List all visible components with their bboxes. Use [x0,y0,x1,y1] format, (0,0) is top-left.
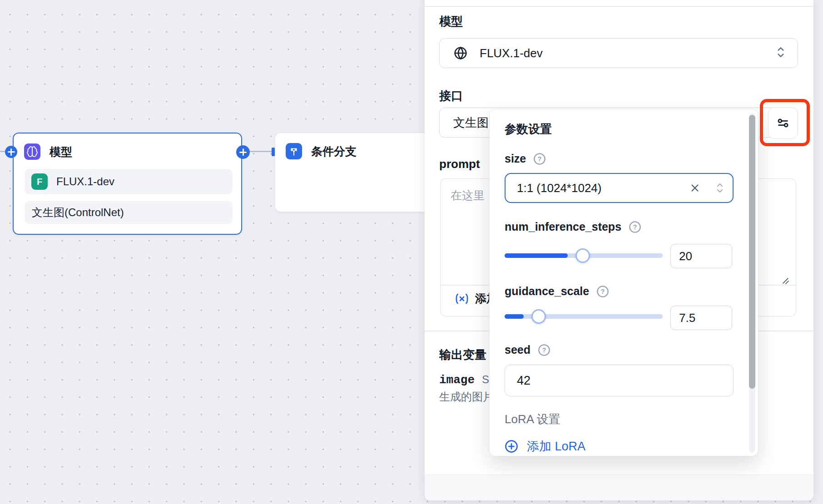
sliders-settings-icon [776,116,790,130]
svg-text:?: ? [542,346,546,353]
model-section-label: 模型 [439,14,463,30]
seed-label: seed ? [505,343,550,356]
flux-badge-icon: F [31,173,48,190]
workflow-canvas[interactable]: 模型 F FLUX.1-dev 文生图(ControlNet) 条件分支 [0,0,823,504]
svg-text:?: ? [538,155,542,162]
guidance-label: guidance_scale ? [505,285,609,298]
circle-plus-icon [505,440,518,453]
node-model-name: FLUX.1-dev [56,175,114,188]
popover-title: 参数设置 [505,121,552,137]
branch-input-handle[interactable] [272,148,275,156]
output-section-label: 输出变量 [439,347,486,363]
steps-slider[interactable] [505,248,663,263]
model-select-value: FLUX.1-dev [480,46,763,60]
node-model-row-flux[interactable]: F FLUX.1-dev [25,169,233,194]
svg-text:?: ? [633,223,637,230]
model-output-plus-handle[interactable] [236,145,250,159]
guidance-label-text: guidance_scale [505,285,589,298]
size-select-value: 1:1 (1024*1024) [517,181,682,195]
popover-scrollbar-thumb[interactable] [749,115,755,389]
seed-label-text: seed [505,343,530,356]
parameter-settings-button[interactable] [768,107,798,139]
size-select[interactable]: 1:1 (1024*1024) [505,173,734,203]
steps-label: num_inference_steps ? [505,220,641,233]
prompt-placeholder: 在这里 [451,188,485,203]
seed-value-input[interactable]: 42 [505,365,734,396]
panel-top-divider [425,6,813,7]
node-condition-branch[interactable]: 条件分支 [275,133,429,212]
clear-x-icon[interactable] [690,183,700,193]
slider-fill [505,314,524,319]
chevron-updown-icon [775,45,787,61]
slider-thumb[interactable] [531,309,546,324]
model-select[interactable]: FLUX.1-dev [439,38,798,68]
add-lora-button[interactable]: 添加 LoRA [505,438,585,455]
slider-thumb[interactable] [575,248,590,263]
chevron-updown-icon[interactable] [714,182,725,194]
prompt-section-label: prompt [439,157,480,171]
size-label-text: size [505,152,526,165]
size-label: size ? [505,152,546,165]
node-branch-title: 条件分支 [311,144,357,159]
interface-section-label: 接口 [439,88,463,104]
help-icon[interactable]: ? [596,285,609,298]
slider-fill [505,253,568,258]
steps-label-text: num_inference_steps [505,220,621,233]
guidance-slider[interactable] [505,309,663,324]
node-mode-name: 文生图(ControlNet) [32,205,124,220]
lora-section-label: LoRA 设置 [505,411,560,427]
help-icon[interactable]: ? [629,221,641,233]
brain-icon [24,143,40,160]
help-icon[interactable]: ? [538,344,550,356]
node-model-title: 模型 [50,144,72,159]
add-lora-label: 添加 LoRA [527,438,585,455]
model-input-plus-handle[interactable] [5,146,17,158]
node-model[interactable]: 模型 F FLUX.1-dev 文生图(ControlNet) [13,133,242,235]
edge-model-to-branch [250,151,273,152]
help-icon[interactable]: ? [533,153,546,165]
node-model-row-mode[interactable]: 文生图(ControlNet) [25,201,233,224]
globe-icon [453,46,468,60]
slider-track[interactable] [505,314,663,319]
svg-text:?: ? [601,287,605,295]
output-variable-name: image [439,373,475,387]
output-variable-description: 生成的图片 [439,390,494,404]
parameter-settings-popover: 参数设置 size ? 1:1 (1024*1024) [489,109,759,456]
guidance-value-input[interactable]: 7.5 [670,306,732,330]
branch-split-icon [286,143,302,159]
panel-footer [425,474,813,500]
steps-value-input[interactable]: 20 [670,244,732,268]
variable-x-icon [453,292,471,305]
